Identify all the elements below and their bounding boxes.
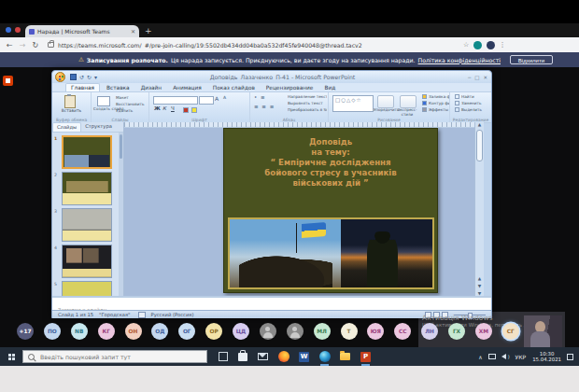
ribbon-tab-2[interactable]: Вставка (102, 84, 134, 91)
volume-icon[interactable] (501, 354, 506, 359)
shrink-font-icon[interactable]: А (223, 95, 226, 100)
participant-avatar-ХМ[interactable]: ХМ (475, 323, 492, 340)
participant-avatar-СС[interactable]: СС (394, 323, 411, 340)
paste-button[interactable]: Вставить (52, 108, 91, 113)
arrange-button[interactable]: Упорядочить (374, 107, 396, 112)
layout-button[interactable]: Макет (116, 95, 129, 100)
ribbon-tab-3[interactable]: Дизайн (136, 84, 167, 91)
ribbon-tab-5[interactable]: Показ слайдов (208, 84, 260, 91)
network-icon[interactable] (488, 354, 496, 359)
edge-icon[interactable] (318, 351, 331, 363)
next-slide-button[interactable]: ▼ (475, 284, 484, 288)
smartart-button[interactable]: Преобразовать в SmartArt (288, 107, 327, 112)
participant-avatar-ЦД[interactable]: ЦД (233, 323, 249, 340)
taskbar-search[interactable] (22, 350, 207, 363)
slide-thumbnail-1[interactable]: 1 (62, 135, 112, 169)
office-button[interactable] (55, 72, 65, 82)
shape-effects-button[interactable]: Эффекты для фигур (422, 107, 450, 112)
dismiss-button[interactable]: Відхилити (510, 55, 553, 64)
slides-panel-scrollbar[interactable] (119, 133, 123, 296)
slide-canvas[interactable]: Доповідьна тему:“ Емпіричне дослідженняб… (223, 128, 438, 293)
ribbon-tab-6[interactable]: Рецензирование (261, 84, 318, 91)
tab-close-icon[interactable]: ✕ (131, 28, 135, 35)
mail-icon[interactable] (257, 351, 269, 363)
save-icon[interactable] (70, 74, 77, 80)
file-explorer-icon[interactable] (339, 351, 351, 363)
align-text-button[interactable]: Выровнять текст (288, 101, 327, 105)
bold-button[interactable]: Ж (154, 105, 161, 111)
camera-preview[interactable] (524, 315, 562, 347)
participant-avatar-ЮЯ[interactable]: ЮЯ (367, 323, 384, 340)
ppt-titlebar[interactable]: ↺ ↻ ▾ Доповідь_Лазаченко_П-41 - Microsof… (52, 71, 491, 83)
paste-icon[interactable] (64, 95, 76, 108)
task-view-icon[interactable] (219, 352, 228, 361)
participant-avatar-КГ[interactable]: КГ (98, 323, 115, 340)
language-switcher[interactable]: УКР (515, 354, 527, 360)
undo-icon[interactable]: ↺ (79, 74, 84, 80)
grow-font-icon[interactable]: А (215, 95, 219, 102)
font-color-icon[interactable] (183, 107, 189, 113)
participant-avatar-ЛН[interactable]: ЛН (421, 323, 438, 340)
notes-pane[interactable]: Заметки к слайду (52, 296, 491, 310)
participant-avatar-+17[interactable]: +17 (17, 323, 34, 340)
participant-avatar-NB[interactable]: NB (71, 323, 88, 340)
text-direction-button[interactable]: Направление текста (288, 94, 327, 99)
firefox-icon[interactable] (277, 351, 290, 363)
replace-button[interactable]: Заменить (455, 101, 490, 105)
slide-thumbnail-2[interactable]: 2 (62, 172, 112, 205)
participant-avatar-ПО[interactable]: ПО (44, 323, 61, 340)
forward-icon[interactable]: → (20, 41, 26, 49)
select-button[interactable]: Выделить (455, 107, 490, 112)
editor-scrollbar[interactable]: ▲ ▲ ▼ ▼ (474, 122, 484, 296)
slide-thumbnail-5[interactable]: 5 (62, 281, 112, 296)
ribbon-tab-1[interactable]: Главная (65, 83, 100, 91)
start-button[interactable] (8, 354, 15, 360)
arrange-icon[interactable] (377, 95, 394, 108)
browser-tab-teams[interactable]: Нарада | Microsoft Teams ✕ (25, 25, 139, 37)
underline-button[interactable]: Ч (171, 105, 175, 111)
shape-fill-button[interactable]: Заливка фигуры (422, 94, 450, 99)
participant-avatar-ОГ[interactable]: ОГ (178, 323, 195, 340)
delete-button[interactable]: Удалить (116, 108, 133, 113)
search-input[interactable] (38, 353, 191, 361)
clock[interactable]: 10:30 15.04.2021 (532, 351, 561, 363)
slide-thumbnail-3[interactable]: 3 (62, 208, 112, 242)
shape-outline-button[interactable]: Контур фигуры (422, 101, 450, 105)
word-icon[interactable]: W (298, 351, 310, 363)
profile-avatar[interactable] (487, 41, 495, 49)
browser-menu-icon[interactable]: ⋮ (499, 41, 505, 49)
quick-styles-button[interactable]: Экспресс-стили (394, 107, 420, 117)
new-tab-button[interactable]: + (145, 26, 152, 36)
spellcheck-icon[interactable] (138, 312, 146, 318)
quick-styles-icon[interactable] (400, 95, 417, 108)
browser-badge-icon[interactable] (6, 27, 11, 33)
stop-share-icon[interactable] (3, 76, 13, 86)
participant-avatar-ОР[interactable]: ОР (205, 323, 222, 340)
bookmark-star-icon[interactable]: ☆ (463, 41, 469, 49)
previous-slide-button[interactable]: ▲ (475, 276, 484, 281)
tab-slides[interactable]: Слайды (52, 122, 81, 132)
action-center-icon[interactable] (567, 354, 573, 360)
font-size-box[interactable] (199, 96, 214, 105)
reset-button[interactable]: Восстановить (116, 102, 144, 106)
powerpoint-icon[interactable]: P (360, 351, 372, 363)
italic-button[interactable]: К (162, 105, 166, 111)
ribbon-tab-4[interactable]: Анимация (168, 84, 206, 91)
participant-avatar-МЛ[interactable]: МЛ (314, 323, 331, 340)
redo-icon[interactable]: ↻ (87, 74, 92, 80)
ppt-minimize-icon[interactable]: ─ (468, 75, 471, 80)
participant-avatar-ОД[interactable]: ОД (151, 323, 168, 340)
participant-avatar-anonymous[interactable] (260, 323, 276, 340)
ppt-close-icon[interactable]: ✕ (483, 75, 487, 80)
extension-icon[interactable] (473, 41, 482, 49)
align-icons[interactable]: ≡ ≡ ≡ (254, 104, 275, 109)
refresh-icon[interactable]: ↻ (32, 41, 38, 49)
find-button[interactable]: Найти (455, 94, 490, 99)
participant-avatar-Т[interactable]: Т (341, 323, 358, 340)
tab-outline[interactable]: Структура (81, 122, 116, 132)
ppt-maximize-icon[interactable]: □ (474, 75, 479, 80)
participant-avatar-ОН[interactable]: ОН (125, 323, 142, 340)
back-icon[interactable]: ← (7, 41, 13, 49)
address-bar[interactable]: https://teams.microsoft.com/_#/pre-join-… (58, 42, 459, 49)
slide-thumbnail-4[interactable]: 4 (62, 245, 112, 278)
